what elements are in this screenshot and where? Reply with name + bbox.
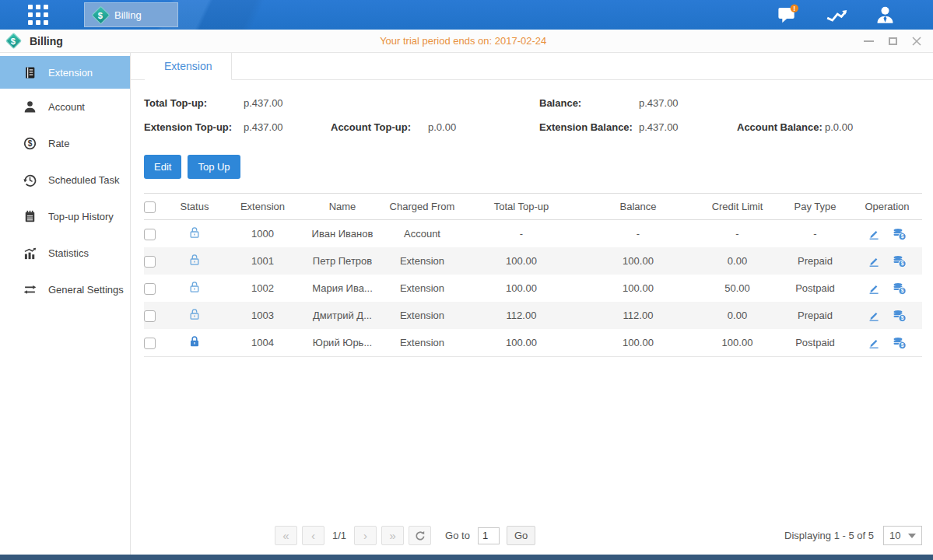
- displaying-text: Displaying 1 - 5 of 5: [784, 530, 874, 541]
- top-app-bar: $ Billing !: [0, 0, 933, 30]
- goto-label: Go to: [445, 530, 470, 541]
- person-icon: [23, 100, 37, 114]
- tab-extension[interactable]: Extension: [145, 53, 232, 80]
- edit-row-icon[interactable]: [868, 337, 880, 349]
- cell-pay-type: -: [778, 228, 852, 240]
- next-page-button[interactable]: ›: [354, 526, 377, 545]
- cell-pay-type: Postpaid: [778, 337, 852, 348]
- status-lock-icon: [188, 335, 201, 348]
- tab-bar: Extension: [131, 53, 933, 80]
- sidebar-item-general-settings[interactable]: General Settings: [0, 271, 130, 308]
- sidebar-item-extension[interactable]: Extension: [0, 56, 130, 89]
- row-checkbox[interactable]: [144, 283, 156, 295]
- tab-extension-label: Extension: [164, 60, 212, 72]
- table-row: 1000 Иван Иванов Account - - - - $: [144, 220, 922, 247]
- table-row: 1002 Мария Ива... Extension 100.00 100.0…: [144, 275, 922, 302]
- sidebar-item-label: Top-up History: [48, 211, 114, 222]
- top-up-row-icon[interactable]: $: [893, 336, 907, 350]
- cell-pay-type: Postpaid: [778, 282, 852, 294]
- top-up-button[interactable]: Top Up: [188, 155, 240, 179]
- page-input[interactable]: [478, 527, 500, 544]
- extension-topup-label: Extension Top-up:: [144, 121, 232, 133]
- sidebar-item-scheduled-task[interactable]: Scheduled Task: [0, 162, 130, 198]
- messages-icon[interactable]: !: [777, 4, 799, 26]
- cell-extension: 1000: [222, 228, 303, 240]
- go-button[interactable]: Go: [507, 526, 535, 545]
- billing-diamond-icon: $: [91, 5, 110, 24]
- column-header-credit-limit: Credit Limit: [696, 201, 778, 212]
- line-chart-icon[interactable]: [826, 4, 848, 26]
- minimize-button[interactable]: [863, 36, 874, 47]
- bottom-edge-strip: [0, 555, 933, 560]
- bar-chart-icon: [23, 247, 37, 260]
- top-up-row-icon[interactable]: $: [893, 309, 907, 323]
- page-indicator: 1/1: [332, 530, 346, 541]
- edit-row-icon[interactable]: [868, 255, 880, 268]
- status-lock-icon: [188, 226, 201, 239]
- extension-balance-value: p.437.00: [639, 121, 679, 133]
- refresh-button[interactable]: [409, 526, 431, 545]
- cell-extension: 1001: [222, 255, 303, 267]
- edit-button[interactable]: Edit: [144, 155, 181, 179]
- app-grid-icon[interactable]: [28, 5, 48, 25]
- top-up-row-icon[interactable]: $: [893, 227, 907, 241]
- window-title: Billing: [30, 35, 63, 47]
- sidebar-item-rate[interactable]: $ Rate: [0, 125, 130, 162]
- ledger-icon: [23, 66, 37, 79]
- close-button[interactable]: [911, 36, 922, 47]
- sidebar-item-account[interactable]: Account: [0, 89, 130, 125]
- extension-table: Status Extension Name Charged From Total…: [144, 193, 922, 357]
- dollar-circle-icon: $: [23, 137, 37, 150]
- sidebar-item-statistics[interactable]: Statistics: [0, 235, 130, 271]
- prev-page-button[interactable]: ‹: [302, 526, 324, 545]
- cell-charged-from: Account: [381, 228, 463, 240]
- row-checkbox[interactable]: [144, 229, 156, 240]
- cell-total-topup: 112.00: [463, 310, 580, 321]
- user-icon[interactable]: [875, 5, 896, 26]
- billing-summary: Total Top-up: p.437.00 Balance: p.437.00…: [144, 80, 922, 150]
- column-header-extension: Extension: [222, 201, 303, 212]
- svg-text:$: $: [28, 139, 33, 148]
- column-header-name: Name: [303, 201, 381, 212]
- edit-row-icon[interactable]: [868, 310, 880, 322]
- cell-credit-limit: 50.00: [696, 282, 778, 294]
- first-page-button[interactable]: «: [275, 526, 297, 545]
- edit-row-icon[interactable]: [868, 228, 880, 240]
- svg-text:$: $: [901, 261, 904, 267]
- cell-name: Иван Иванов: [303, 228, 381, 240]
- billing-app-tab[interactable]: $ Billing: [84, 2, 178, 27]
- page-size-value: 10: [889, 530, 900, 541]
- svg-text:$: $: [901, 288, 904, 294]
- cell-total-topup: -: [463, 228, 580, 240]
- last-page-button[interactable]: »: [381, 526, 404, 545]
- cell-total-topup: 100.00: [463, 282, 580, 294]
- status-lock-icon: [188, 308, 201, 320]
- row-checkbox[interactable]: [144, 256, 156, 268]
- cell-credit-limit: 0.00: [696, 255, 778, 267]
- cell-name: Дмитрий Д...: [303, 310, 381, 321]
- sidebar-item-topup-history[interactable]: Top-up History: [0, 198, 130, 235]
- row-checkbox[interactable]: [144, 310, 156, 322]
- table-header-row: Status Extension Name Charged From Total…: [144, 193, 922, 220]
- cell-name: Петр Петров: [303, 255, 381, 267]
- maximize-button[interactable]: [887, 36, 898, 47]
- svg-text:$: $: [901, 342, 904, 348]
- cell-name: Юрий Юрь...: [303, 337, 381, 348]
- select-all-checkbox[interactable]: [144, 201, 156, 213]
- column-header-total-topup: Total Top-up: [463, 201, 580, 212]
- svg-text:$: $: [901, 233, 904, 240]
- extension-balance-label: Extension Balance:: [539, 121, 633, 133]
- account-topup-label: Account Top-up:: [331, 121, 411, 133]
- cell-balance: 100.00: [580, 255, 696, 267]
- edit-row-icon[interactable]: [868, 282, 880, 295]
- column-header-balance: Balance: [580, 201, 696, 212]
- sidebar-item-label: General Settings: [48, 284, 124, 296]
- top-up-row-icon[interactable]: $: [893, 254, 907, 268]
- row-checkbox[interactable]: [144, 338, 156, 349]
- total-topup-value: p.437.00: [244, 97, 283, 109]
- cell-pay-type: Prepaid: [778, 310, 852, 321]
- chevron-down-icon: [908, 534, 916, 538]
- cell-charged-from: Extension: [381, 282, 463, 294]
- top-up-row-icon[interactable]: $: [893, 282, 907, 296]
- page-size-select[interactable]: 10: [883, 526, 922, 545]
